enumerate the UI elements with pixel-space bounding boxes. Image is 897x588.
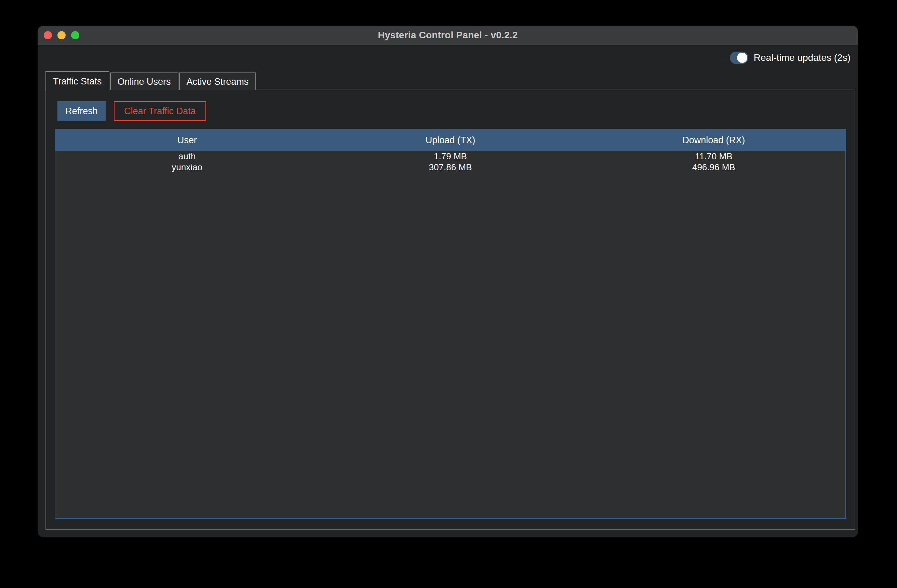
tab-label: Traffic Stats [53, 76, 102, 87]
tab-online-users[interactable]: Online Users [110, 72, 178, 90]
traffic-stats-panel: Refresh Clear Traffic Data User Upload (… [46, 90, 855, 530]
tab-label: Online Users [118, 77, 171, 87]
column-header-user[interactable]: User [55, 130, 318, 151]
cell-upload: 307.86 MB [318, 162, 582, 173]
table-row[interactable]: auth 1.79 MB 11.70 MB [55, 151, 845, 162]
zoom-icon[interactable] [71, 31, 79, 39]
realtime-toggle[interactable] [730, 52, 748, 64]
app-window: Hysteria Control Panel - v0.2.2 Real-tim… [38, 26, 858, 537]
window-controls [44, 26, 79, 45]
tab-bar: Traffic Stats Online Users Active Stream… [46, 71, 256, 90]
table-row[interactable]: yunxiao 307.86 MB 496.96 MB [55, 162, 845, 173]
tab-traffic-stats[interactable]: Traffic Stats [46, 71, 109, 91]
close-icon[interactable] [44, 31, 52, 39]
cell-download: 496.96 MB [582, 162, 845, 173]
refresh-button[interactable]: Refresh [57, 101, 106, 121]
action-button-row: Refresh Clear Traffic Data [57, 101, 855, 121]
titlebar[interactable]: Hysteria Control Panel - v0.2.2 [38, 26, 858, 46]
column-header-upload[interactable]: Upload (TX) [318, 130, 582, 151]
realtime-toggle-label: Real-time updates (2s) [754, 52, 851, 63]
clear-traffic-data-button[interactable]: Clear Traffic Data [114, 101, 206, 121]
cell-upload: 1.79 MB [318, 151, 582, 162]
traffic-table[interactable]: User Upload (TX) Download (RX) auth 1.79… [55, 129, 846, 519]
tab-active-streams[interactable]: Active Streams [179, 72, 256, 90]
table-header-row: User Upload (TX) Download (RX) [55, 130, 845, 151]
toggle-knob [737, 53, 747, 63]
minimize-icon[interactable] [57, 31, 66, 39]
window-title: Hysteria Control Panel - v0.2.2 [378, 30, 517, 41]
realtime-updates-control: Real-time updates (2s) [730, 52, 851, 64]
cell-user: yunxiao [55, 162, 318, 173]
column-header-download[interactable]: Download (RX) [582, 130, 845, 151]
cell-user: auth [55, 151, 318, 162]
tab-label: Active Streams [187, 77, 249, 87]
cell-download: 11.70 MB [582, 151, 845, 162]
